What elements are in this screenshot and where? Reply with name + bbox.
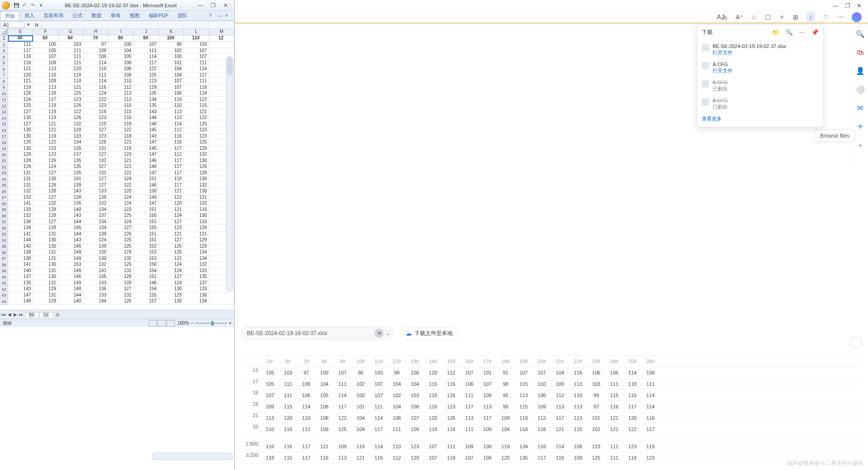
cell[interactable]: 119	[33, 134, 58, 140]
row-header[interactable]: 1	[0, 35, 8, 42]
download-item[interactable]: B.CFG已删除	[697, 77, 823, 95]
ribbon-tab-review[interactable]: 审阅	[106, 11, 125, 20]
download-action[interactable]: 打开文件	[713, 67, 733, 74]
cell[interactable]: 154	[134, 286, 159, 293]
row-header[interactable]: 17	[0, 134, 8, 140]
cell[interactable]: 111	[8, 42, 33, 48]
cell[interactable]: 152	[134, 244, 159, 250]
cell[interactable]: 128	[33, 207, 58, 213]
cell[interactable]: 107	[33, 54, 58, 60]
cell[interactable]: 121	[8, 66, 33, 72]
cell[interactable]: 115	[109, 103, 134, 109]
download-local-button[interactable]: ☁ 下载文件至本地	[400, 327, 458, 340]
cell[interactable]: 131	[83, 146, 108, 152]
cell[interactable]: 149	[58, 280, 83, 287]
cell[interactable]: 124	[33, 164, 58, 170]
cell[interactable]: 131	[33, 231, 58, 238]
cell[interactable]: 146	[58, 274, 83, 280]
select-all-corner[interactable]	[0, 29, 8, 35]
cell[interactable]: 135	[134, 103, 159, 109]
col-H[interactable]: H	[83, 29, 108, 35]
cell[interactable]: 149	[58, 256, 83, 262]
cell[interactable]: 132	[184, 152, 209, 158]
cell[interactable]: 127	[83, 182, 108, 189]
cell[interactable]: 97	[83, 42, 108, 48]
cell[interactable]: 130	[8, 134, 33, 140]
cell[interactable]: 135	[58, 158, 83, 164]
row-header[interactable]: 6	[0, 66, 8, 72]
redo-icon[interactable]: ↷	[29, 2, 36, 9]
cell[interactable]: 128	[8, 152, 33, 158]
cell[interactable]: 113	[109, 97, 134, 103]
side-people-icon[interactable]: 👤	[856, 67, 865, 75]
cell[interactable]: 123	[83, 103, 108, 109]
cell[interactable]: 151	[134, 207, 159, 213]
cell[interactable]: 118	[8, 54, 33, 60]
cell[interactable]: 130	[184, 176, 209, 182]
cell[interactable]: 136	[58, 201, 83, 207]
cell[interactable]: 129	[184, 146, 209, 152]
sync-icon[interactable]: ♡	[823, 14, 829, 21]
cell[interactable]: 131	[33, 256, 58, 262]
reading-icon[interactable]: ☐	[765, 14, 771, 21]
cell[interactable]: 151	[134, 219, 159, 225]
cell[interactable]: 122	[109, 182, 134, 189]
cell[interactable]: 148	[8, 298, 33, 305]
cell[interactable]: 118	[8, 60, 33, 67]
cell[interactable]: 130	[184, 188, 209, 195]
side-mail-icon[interactable]: ✉	[857, 104, 863, 112]
cell[interactable]: 119	[8, 85, 33, 91]
cell[interactable]: 105	[33, 48, 58, 54]
side-search-icon[interactable]: 🔍	[856, 30, 865, 38]
cell[interactable]: 130	[33, 237, 58, 244]
cell[interactable]: 133	[184, 207, 209, 213]
ribbon-tab-view[interactable]: 视图	[125, 11, 144, 20]
hover-badge[interactable]	[851, 337, 862, 348]
cell[interactable]: 122	[83, 97, 108, 103]
cell[interactable]: 131	[184, 231, 209, 238]
cell[interactable]: 132	[8, 213, 33, 219]
cell[interactable]: 125	[83, 121, 108, 128]
row-header[interactable]: 20	[0, 152, 8, 158]
cell[interactable]: 117	[159, 182, 184, 189]
cell[interactable]: 150	[134, 213, 159, 219]
download-item[interactable]: A.CFG打开文件	[697, 58, 823, 77]
cell[interactable]: 127	[8, 121, 33, 128]
row-header[interactable]: 10	[0, 91, 8, 97]
cell[interactable]: 126	[8, 91, 33, 97]
header-cell[interactable]: 4#	[8, 35, 33, 42]
cell[interactable]: 117	[159, 158, 184, 164]
cell[interactable]: 130	[159, 298, 184, 305]
cell[interactable]: 118	[58, 72, 83, 79]
cell[interactable]: 149	[58, 268, 83, 274]
cell[interactable]: 121	[184, 109, 209, 115]
cell[interactable]: 110	[159, 97, 184, 103]
cell[interactable]: 119	[109, 146, 134, 152]
row-header[interactable]: 37	[0, 256, 8, 262]
cell[interactable]: 130	[33, 176, 58, 182]
downloads-pin-icon[interactable]: 📌	[811, 29, 819, 36]
row-header[interactable]: 11	[0, 97, 8, 103]
cell[interactable]: 144	[83, 298, 108, 305]
row-header[interactable]: 5	[0, 60, 8, 67]
col-I[interactable]: I	[109, 29, 134, 35]
close-button[interactable]: ✕	[221, 2, 231, 9]
cell[interactable]: 129	[33, 286, 58, 293]
browse-files-button[interactable]: Browse files	[814, 129, 855, 142]
cell[interactable]: 108	[109, 66, 134, 72]
cell[interactable]: 132	[8, 188, 33, 195]
cell[interactable]: 138	[83, 195, 108, 201]
cell[interactable]: 107	[184, 48, 209, 54]
cell[interactable]: 124	[109, 176, 134, 182]
cell[interactable]: 114	[184, 91, 209, 97]
side-shop-icon[interactable]: 🛍	[857, 48, 864, 57]
side-add-icon[interactable]: ＋	[857, 141, 864, 150]
cell[interactable]: 107	[159, 85, 184, 91]
cell[interactable]: 155	[134, 225, 159, 231]
cell[interactable]: 133	[184, 268, 209, 274]
row-header[interactable]: 4	[0, 54, 8, 60]
cell[interactable]: 137	[58, 152, 83, 158]
cell[interactable]: 127	[8, 109, 33, 115]
download-item[interactable]: BE-SE-2024-02-19-19-02-37.xlsx打开文件	[697, 40, 823, 58]
cell[interactable]: 126	[58, 115, 83, 121]
